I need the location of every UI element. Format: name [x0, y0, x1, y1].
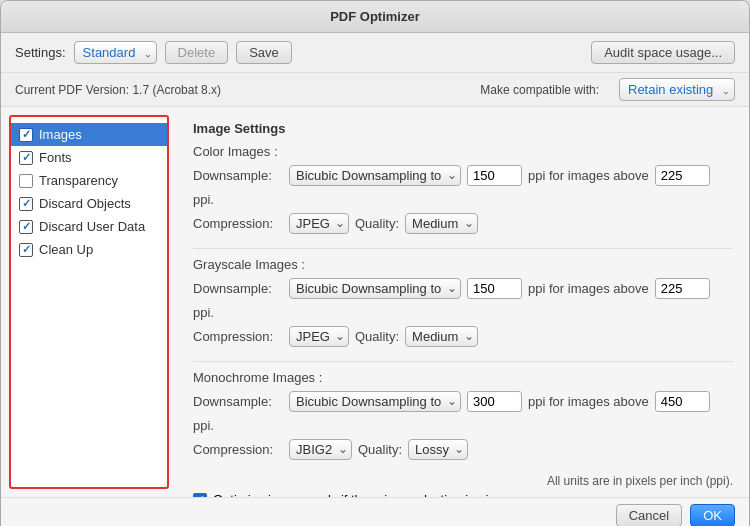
optimize-check-row: Optimize images only if there is a reduc… — [193, 492, 733, 497]
sidebar-images-label: Images — [39, 127, 82, 142]
monochrome-downsample-wrapper: Bicubic Downsampling to — [289, 391, 461, 412]
sidebar-item-images[interactable]: Images — [11, 123, 167, 146]
monochrome-quality-wrapper: Lossy — [408, 439, 468, 460]
grayscale-downsample-wrapper: Bicubic Downsampling to — [289, 278, 461, 299]
grayscale-images-section: Grayscale Images : Downsample: Bicubic D… — [193, 257, 733, 347]
grayscale-quality-select[interactable]: Medium — [405, 326, 478, 347]
monochrome-downsample-label: Downsample: — [193, 394, 283, 409]
compatible-select-wrapper: Retain existing — [619, 78, 735, 101]
dialog-title: PDF Optimizer — [330, 9, 420, 24]
monochrome-images-label: Monochrome Images : — [193, 370, 322, 385]
monochrome-downsample-row: Downsample: Bicubic Downsampling to ppi … — [193, 391, 733, 433]
monochrome-downsample-ppi-input[interactable] — [467, 391, 522, 412]
color-above-label: ppi for images above — [528, 168, 649, 183]
images-checkbox[interactable] — [19, 128, 33, 142]
color-compression-wrapper: JPEG — [289, 213, 349, 234]
sidebar-item-discard-user-data[interactable]: Discard User Data — [11, 215, 167, 238]
color-compression-select[interactable]: JPEG — [289, 213, 349, 234]
main-content: Images Fonts Transparency Discard Object… — [1, 107, 749, 497]
sidebar: Images Fonts Transparency Discard Object… — [9, 115, 169, 489]
title-bar: PDF Optimizer — [1, 1, 749, 33]
color-downsample-select[interactable]: Bicubic Downsampling to — [289, 165, 461, 186]
toolbar: Settings: Standard Delete Save Audit spa… — [1, 33, 749, 73]
color-quality-label: Quality: — [355, 216, 399, 231]
monochrome-above-label: ppi for images above — [528, 394, 649, 409]
bottom-bar: Cancel OK — [1, 497, 749, 526]
transparency-checkbox[interactable] — [19, 174, 33, 188]
grayscale-quality-label: Quality: — [355, 329, 399, 344]
color-compression-row: Compression: JPEG Quality: Medium — [193, 213, 733, 234]
monochrome-compression-label: Compression: — [193, 442, 283, 457]
sidebar-item-fonts[interactable]: Fonts — [11, 146, 167, 169]
divider-2 — [193, 361, 733, 362]
sidebar-clean-up-label: Clean Up — [39, 242, 93, 257]
settings-select[interactable]: Standard — [74, 41, 157, 64]
monochrome-quality-label: Quality: — [358, 442, 402, 457]
monochrome-compression-row: Compression: JBIG2 Quality: Lossy — [193, 439, 733, 460]
grayscale-downsample-row: Downsample: Bicubic Downsampling to ppi … — [193, 278, 733, 320]
sidebar-discard-objects-label: Discard Objects — [39, 196, 131, 211]
color-above-ppi-input[interactable] — [655, 165, 710, 186]
version-row: Current PDF Version: 1.7 (Acrobat 8.x) M… — [1, 73, 749, 107]
grayscale-quality-wrapper: Medium — [405, 326, 478, 347]
compatible-select[interactable]: Retain existing — [619, 78, 735, 101]
monochrome-images-section: Monochrome Images : Downsample: Bicubic … — [193, 370, 733, 460]
fonts-checkbox[interactable] — [19, 151, 33, 165]
grayscale-above-ppi-input[interactable] — [655, 278, 710, 299]
save-button[interactable]: Save — [236, 41, 292, 64]
footer-buttons: Cancel OK — [616, 504, 735, 526]
sidebar-transparency-label: Transparency — [39, 173, 118, 188]
grayscale-label-row: Grayscale Images : — [193, 257, 733, 272]
sidebar-item-discard-objects[interactable]: Discard Objects — [11, 192, 167, 215]
image-settings-title: Image Settings — [193, 121, 733, 136]
grayscale-images-label: Grayscale Images : — [193, 257, 305, 272]
grayscale-compression-select[interactable]: JPEG — [289, 326, 349, 347]
settings-select-wrapper: Standard — [74, 41, 157, 64]
grayscale-compression-wrapper: JPEG — [289, 326, 349, 347]
monochrome-quality-select[interactable]: Lossy — [408, 439, 468, 460]
grayscale-ppi-label: ppi. — [193, 305, 214, 320]
delete-button[interactable]: Delete — [165, 41, 229, 64]
grayscale-above-label: ppi for images above — [528, 281, 649, 296]
discard-user-data-checkbox[interactable] — [19, 220, 33, 234]
all-units-note: All units are in pixels per inch (ppi). — [193, 474, 733, 488]
audit-space-button[interactable]: Audit space usage... — [591, 41, 735, 64]
clean-up-checkbox[interactable] — [19, 243, 33, 257]
optimize-label: Optimize images only if there is a reduc… — [213, 492, 502, 497]
color-images-label-row: Color Images : — [193, 144, 733, 159]
current-version-label: Current PDF Version: 1.7 (Acrobat 8.x) — [15, 83, 221, 97]
discard-objects-checkbox[interactable] — [19, 197, 33, 211]
monochrome-above-ppi-input[interactable] — [655, 391, 710, 412]
ok-button[interactable]: OK — [690, 504, 735, 526]
sidebar-discard-user-data-label: Discard User Data — [39, 219, 145, 234]
optimize-checkbox[interactable] — [193, 493, 207, 498]
monochrome-compression-wrapper: JBIG2 — [289, 439, 352, 460]
cancel-button[interactable]: Cancel — [616, 504, 682, 526]
color-downsample-ppi-input[interactable] — [467, 165, 522, 186]
settings-label: Settings: — [15, 45, 66, 60]
divider-1 — [193, 248, 733, 249]
color-downsample-wrapper: Bicubic Downsampling to — [289, 165, 461, 186]
sidebar-fonts-label: Fonts — [39, 150, 72, 165]
monochrome-compression-select[interactable]: JBIG2 — [289, 439, 352, 460]
sidebar-item-transparency[interactable]: Transparency — [11, 169, 167, 192]
color-ppi-label: ppi. — [193, 192, 214, 207]
color-compression-label: Compression: — [193, 216, 283, 231]
monochrome-label-row: Monochrome Images : — [193, 370, 733, 385]
color-images-section: Color Images : Downsample: Bicubic Downs… — [193, 144, 733, 234]
right-panel: Image Settings Color Images : Downsample… — [177, 107, 749, 497]
monochrome-downsample-select[interactable]: Bicubic Downsampling to — [289, 391, 461, 412]
color-images-label: Color Images : — [193, 144, 283, 159]
color-quality-select[interactable]: Medium — [405, 213, 478, 234]
color-downsample-label: Downsample: — [193, 168, 283, 183]
grayscale-downsample-label: Downsample: — [193, 281, 283, 296]
color-downsample-row: Downsample: Bicubic Downsampling to ppi … — [193, 165, 733, 207]
grayscale-downsample-select[interactable]: Bicubic Downsampling to — [289, 278, 461, 299]
color-quality-wrapper: Medium — [405, 213, 478, 234]
grayscale-compression-row: Compression: JPEG Quality: Medium — [193, 326, 733, 347]
sidebar-item-clean-up[interactable]: Clean Up — [11, 238, 167, 261]
grayscale-downsample-ppi-input[interactable] — [467, 278, 522, 299]
monochrome-ppi-label: ppi. — [193, 418, 214, 433]
compatible-label: Make compatible with: — [480, 83, 599, 97]
grayscale-compression-label: Compression: — [193, 329, 283, 344]
